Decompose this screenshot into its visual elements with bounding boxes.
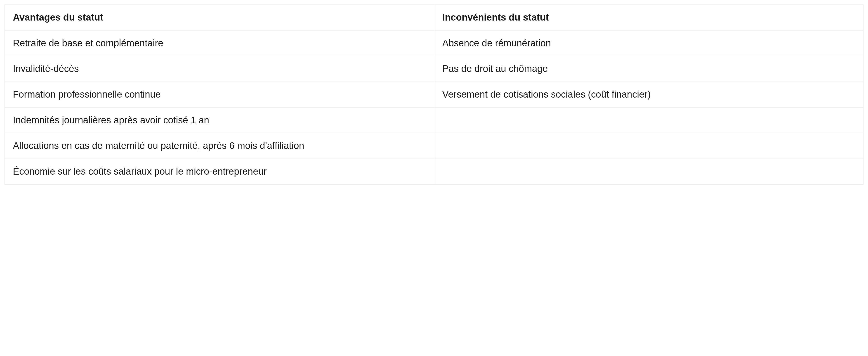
cell-disadvantage: Versement de cotisations sociales (coût … <box>434 82 864 107</box>
table-row: Invalidité-décès Pas de droit au chômage <box>5 56 864 82</box>
table-row: Formation professionnelle continue Verse… <box>5 82 864 107</box>
cell-advantage: Retraite de base et complémentaire <box>5 30 434 56</box>
table-row: Retraite de base et complémentaire Absen… <box>5 30 864 56</box>
comparison-table: Avantages du statut Inconvénients du sta… <box>4 4 864 185</box>
cell-advantage: Formation professionnelle continue <box>5 82 434 107</box>
cell-disadvantage <box>434 159 864 185</box>
cell-disadvantage: Absence de rémunération <box>434 30 864 56</box>
cell-advantage: Allocations en cas de maternité ou pater… <box>5 133 434 159</box>
header-disadvantages: Inconvénients du statut <box>434 5 864 31</box>
cell-disadvantage: Pas de droit au chômage <box>434 56 864 82</box>
cell-disadvantage <box>434 133 864 159</box>
cell-advantage: Invalidité-décès <box>5 56 434 82</box>
header-advantages: Avantages du statut <box>5 5 434 31</box>
cell-advantage: Indemnités journalières après avoir coti… <box>5 107 434 133</box>
table-header-row: Avantages du statut Inconvénients du sta… <box>5 5 864 31</box>
table-row: Économie sur les coûts salariaux pour le… <box>5 159 864 185</box>
table-row: Indemnités journalières après avoir coti… <box>5 107 864 133</box>
cell-advantage: Économie sur les coûts salariaux pour le… <box>5 159 434 185</box>
cell-disadvantage <box>434 107 864 133</box>
table-row: Allocations en cas de maternité ou pater… <box>5 133 864 159</box>
